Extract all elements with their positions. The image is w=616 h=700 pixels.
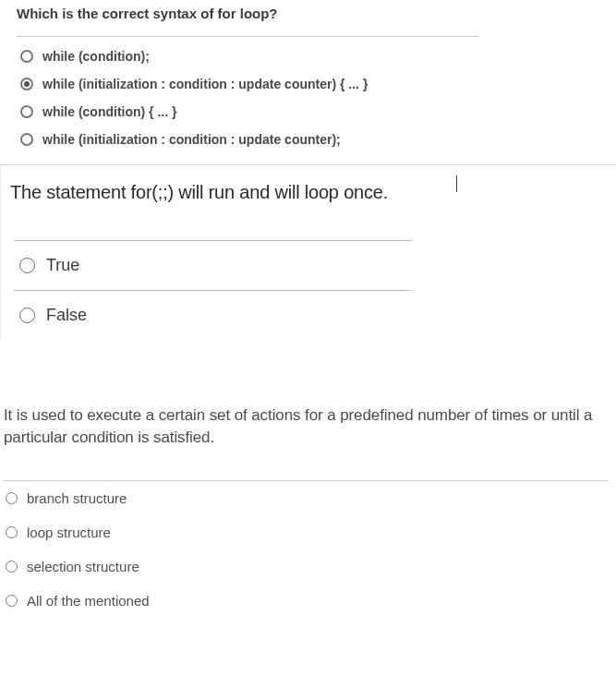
q3-option-2[interactable]: selection structure: [4, 549, 612, 584]
option-label: False: [46, 306, 87, 325]
q1-option-0[interactable]: while (condition);: [17, 42, 599, 70]
q1-option-2[interactable]: while (condition) { ... }: [17, 98, 599, 126]
q2-option-false[interactable]: False: [1, 291, 616, 340]
question-2: The statement for(;;) will run and will …: [0, 164, 616, 340]
divider: [17, 36, 478, 37]
option-label: selection structure: [27, 559, 139, 574]
question-2-title: The statement for(;;) will run and will …: [1, 165, 616, 240]
radio-icon: [6, 561, 18, 573]
q3-option-3[interactable]: All of the mentioned: [4, 584, 612, 618]
q1-option-3[interactable]: while (initialization : condition : upda…: [17, 126, 599, 153]
question-1-title: Which is the correct syntax of for loop?: [17, 0, 599, 36]
radio-icon: [19, 258, 35, 273]
radio-icon: [20, 105, 33, 118]
radio-icon-selected: [20, 78, 33, 91]
radio-icon: [19, 308, 35, 323]
radio-icon: [6, 595, 18, 607]
question-1: Which is the correct syntax of for loop?…: [0, 0, 616, 164]
radio-icon: [20, 50, 33, 63]
option-label: branch structure: [27, 490, 127, 506]
option-label: All of the mentioned: [27, 593, 150, 609]
q2-option-true[interactable]: True: [1, 241, 616, 290]
radio-icon: [6, 492, 18, 504]
option-label: while (condition);: [42, 49, 150, 64]
question-3-title: It is used to execute a certain set of a…: [4, 404, 612, 480]
q1-option-1[interactable]: while (initialization : condition : upda…: [17, 70, 599, 98]
q3-option-1[interactable]: loop structure: [4, 515, 612, 549]
radio-icon: [20, 133, 33, 146]
option-label: while (initialization : condition : upda…: [42, 132, 341, 147]
question-3: It is used to execute a certain set of a…: [0, 340, 616, 618]
option-label: while (condition) { ... }: [42, 104, 176, 119]
option-label: while (initialization : condition : upda…: [42, 77, 368, 91]
option-label: True: [46, 256, 79, 275]
q3-option-0[interactable]: branch structure: [4, 481, 612, 515]
text-cursor: [456, 175, 457, 192]
radio-icon: [6, 526, 18, 538]
option-label: loop structure: [27, 525, 111, 540]
